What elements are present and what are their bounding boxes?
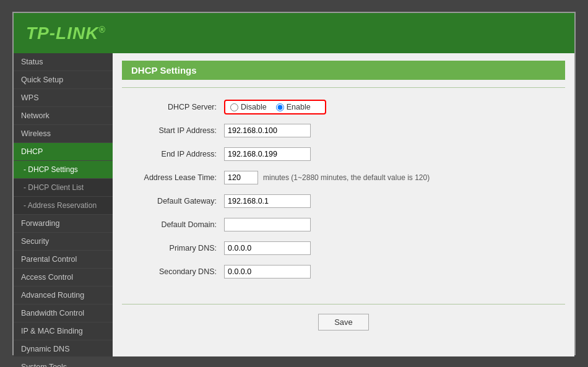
end-ip-row: End IP Address:	[125, 145, 562, 163]
enable-radio[interactable]	[276, 103, 284, 111]
start-ip-row: Start IP Address:	[125, 122, 562, 139]
dhcp-server-label: DHCP Server:	[125, 103, 224, 111]
domain-row: Default Domain:	[125, 216, 562, 233]
end-ip-input[interactable]	[224, 147, 311, 161]
sidebar-item-forwarding[interactable]: Forwarding	[14, 215, 113, 233]
sidebar-item-ip-mac-binding[interactable]: IP & MAC Binding	[14, 322, 113, 340]
main-layout: StatusQuick SetupWPSNetworkWirelessDHCP-…	[14, 53, 574, 356]
gateway-input[interactable]	[224, 194, 311, 208]
sidebar-item-dhcp-settings[interactable]: - DHCP Settings	[14, 161, 113, 179]
enable-label: Enable	[287, 103, 311, 111]
gateway-label: Default Gateway:	[125, 197, 224, 205]
lease-time-input[interactable]	[224, 171, 258, 184]
sidebar: StatusQuick SetupWPSNetworkWirelessDHCP-…	[14, 53, 113, 356]
secondary-dns-label: Secondary DNS:	[125, 267, 224, 276]
sidebar-item-access-control[interactable]: Access Control	[14, 269, 113, 287]
sidebar-item-dhcp-client-list[interactable]: - DHCP Client List	[14, 179, 113, 197]
logo-text: TP-LINK	[26, 24, 98, 43]
disable-radio[interactable]	[230, 103, 238, 111]
logo-trademark: ®	[98, 24, 105, 34]
dhcp-server-control: Disable Enable	[224, 100, 326, 114]
disable-radio-label[interactable]: Disable	[230, 103, 267, 111]
sidebar-item-dynamic-dns[interactable]: Dynamic DNS	[14, 340, 113, 358]
page-title: DHCP Settings	[122, 61, 565, 80]
disable-label: Disable	[241, 103, 267, 111]
lease-time-hint: minutes (1~2880 minutes, the default val…	[263, 173, 430, 182]
primary-dns-label: Primary DNS:	[125, 244, 224, 253]
secondary-dns-input[interactable]	[224, 265, 311, 278]
lease-time-label: Address Lease Time:	[125, 173, 224, 182]
content-area: DHCP Settings DHCP Server: Disable Enabl…	[113, 53, 574, 356]
primary-dns-row: Primary DNS:	[125, 240, 562, 257]
enable-radio-label[interactable]: Enable	[276, 103, 311, 111]
dhcp-server-row: DHCP Server: Disable Enable	[125, 98, 562, 116]
sidebar-item-parental-control[interactable]: Parental Control	[14, 251, 113, 269]
top-separator	[122, 87, 565, 88]
sidebar-item-network[interactable]: Network	[14, 107, 113, 125]
sidebar-item-system-tools[interactable]: System Tools	[14, 358, 113, 367]
save-button[interactable]: Save	[318, 314, 369, 330]
sidebar-item-security[interactable]: Security	[14, 233, 113, 251]
sidebar-item-quick-setup[interactable]: Quick Setup	[14, 71, 113, 89]
end-ip-label: End IP Address:	[125, 150, 224, 158]
form-table: DHCP Server: Disable Enable St	[113, 95, 574, 299]
sidebar-item-wps[interactable]: WPS	[14, 89, 113, 107]
secondary-dns-row: Secondary DNS:	[125, 263, 562, 280]
sidebar-item-advanced-routing[interactable]: Advanced Routing	[14, 287, 113, 304]
sidebar-item-status[interactable]: Status	[14, 53, 113, 71]
sidebar-item-wireless[interactable]: Wireless	[14, 125, 113, 143]
gateway-row: Default Gateway:	[125, 192, 562, 210]
sidebar-item-dhcp[interactable]: DHCP	[14, 143, 113, 161]
header: TP-LINK®	[14, 13, 574, 53]
bottom-separator	[122, 304, 565, 304]
router-frame: TP-LINK® StatusQuick SetupWPSNetworkWire…	[12, 12, 576, 355]
lease-time-row: Address Lease Time: minutes (1~2880 minu…	[125, 169, 562, 186]
sidebar-item-bandwidth-control[interactable]: Bandwidth Control	[14, 304, 113, 322]
sidebar-item-address-reservation[interactable]: - Address Reservation	[14, 197, 113, 215]
logo: TP-LINK®	[26, 24, 106, 43]
start-ip-label: Start IP Address:	[125, 126, 224, 135]
primary-dns-input[interactable]	[224, 241, 311, 255]
start-ip-input[interactable]	[224, 124, 311, 137]
domain-input[interactable]	[224, 218, 311, 231]
domain-label: Default Domain:	[125, 220, 224, 229]
